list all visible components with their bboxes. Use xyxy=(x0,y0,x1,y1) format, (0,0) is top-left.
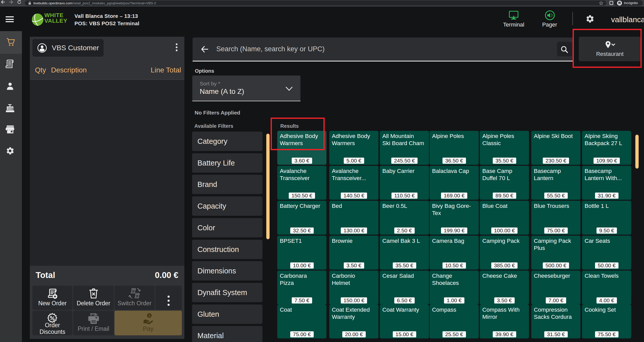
svg-text:1: 1 xyxy=(148,313,150,318)
